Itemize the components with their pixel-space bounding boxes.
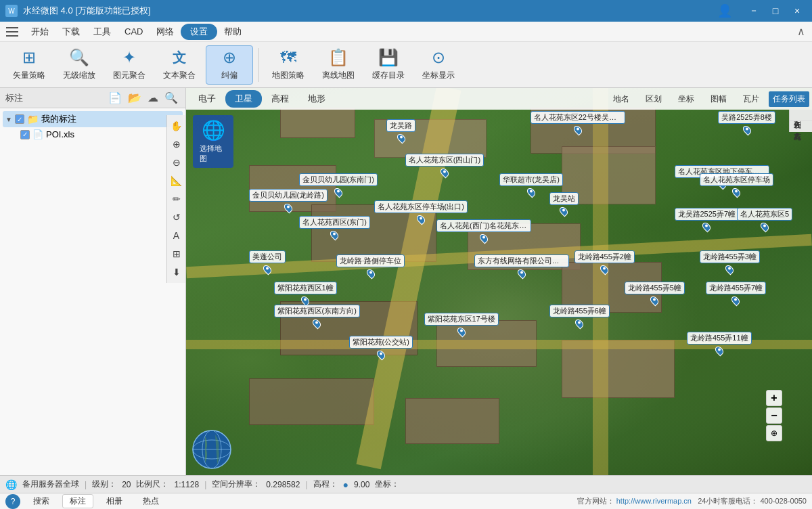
menu-item-tools[interactable]: 工具: [87, 23, 118, 41]
cloud-button[interactable]: ☁: [145, 91, 160, 105]
compass-button[interactable]: ⊕: [766, 425, 782, 441]
zoom-out-tool[interactable]: ⊖: [168, 154, 185, 171]
menu-toggle-button[interactable]: [3, 22, 22, 41]
map-tab-satellite[interactable]: 卫星: [225, 90, 262, 108]
help-button[interactable]: ?: [5, 494, 20, 509]
rotate-tool[interactable]: ↺: [168, 209, 185, 225]
marker-mingren-east5[interactable]: 名人花苑东区5: [737, 208, 792, 231]
marker-label: 东方有线网络有限公司华泾镇管理: [474, 255, 569, 267]
marker-455-6[interactable]: 龙岭路455弄6幢: [549, 305, 610, 328]
map-topbar-right: 地名 区划 坐标 图幅 瓦片 任务列表: [606, 91, 809, 107]
open-annotation-button[interactable]: 📂: [126, 91, 143, 105]
tree-root-item[interactable]: ▼ 📁 我的标注: [3, 111, 183, 127]
bottom-tab-album[interactable]: 相册: [99, 494, 130, 508]
zoom-out-button[interactable]: −: [766, 407, 782, 424]
map-rtab-placename[interactable]: 地名: [606, 91, 636, 107]
marker-ziyang1[interactable]: 紫阳花苑西区1幢: [274, 282, 337, 305]
marker-455-7[interactable]: 龙岭路455弄7幢: [706, 282, 766, 305]
marker-kindergarten-lj[interactable]: 金贝贝幼儿园(龙岭路): [249, 189, 328, 213]
marker-ziyang-se[interactable]: 紫阳花苑西区(东南方向): [274, 305, 360, 328]
map-rtab-coord[interactable]: 坐标: [671, 91, 701, 107]
pin-icon: [329, 229, 340, 240]
marker-wulu-7[interactable]: 龙吴路2525弄7幢: [675, 208, 740, 231]
bottom-tab-annotation[interactable]: 标注: [62, 494, 93, 508]
download-tool[interactable]: ⬇: [168, 264, 185, 280]
bottom-tab-hotspot[interactable]: 热点: [135, 494, 166, 508]
coord-display-button[interactable]: ⊙ 坐标显示: [415, 45, 462, 85]
menu-item-settings[interactable]: 设置: [181, 24, 217, 40]
menu-item-start[interactable]: 开始: [24, 23, 55, 41]
grid-tool[interactable]: ⊞: [168, 246, 185, 262]
vector-strategy-button[interactable]: ⊞ 矢量策略: [5, 45, 53, 85]
expand-button[interactable]: ∧: [793, 24, 809, 39]
marker-label: 金贝贝幼儿园(东南门): [299, 173, 378, 186]
bottom-tab-search[interactable]: 搜索: [26, 494, 57, 508]
task-panel-button[interactable]: 任务列表: [769, 91, 809, 107]
menu-item-network[interactable]: 网络: [150, 23, 181, 41]
marker-longwu[interactable]: 龙吴路: [386, 119, 415, 143]
map-rtab-tile[interactable]: 瓦片: [736, 91, 766, 107]
cache-dir-button[interactable]: 💾 缓存目录: [365, 45, 412, 85]
zoom-free-button[interactable]: 🔍 无级缩放: [55, 45, 103, 85]
pin-icon: [415, 213, 426, 225]
marker-wulu2525[interactable]: 吴路2525弄8楼: [718, 111, 775, 135]
map-strategy-button[interactable]: 🗺 地图策略: [265, 45, 312, 85]
map-tab-terrain[interactable]: 地形: [298, 90, 335, 108]
zoom-in-button[interactable]: +: [766, 390, 782, 406]
map-area[interactable]: 电子 卫星 高程 地形 地名 区划 坐标 图幅 瓦片 任务列表 🌐 选择地图 龙…: [186, 88, 812, 475]
map-tab-elevation[interactable]: 高程: [262, 90, 298, 108]
mingren-item[interactable]: 名人花苑: [790, 121, 812, 132]
new-annotation-button[interactable]: 📄: [106, 91, 124, 105]
map-rtab-district[interactable]: 区划: [639, 91, 669, 107]
search-annotation-button[interactable]: 🔍: [162, 91, 180, 105]
marker-label: 名人花苑西区(东门): [299, 216, 370, 229]
pin-icon: [713, 345, 725, 357]
marker-east-park[interactable]: 名人花苑东区停车场: [700, 173, 773, 197]
marker-mingren1[interactable]: 名人花苑东区22号楼吴路2525弄10楼: [531, 111, 625, 135]
marker-455-2[interactable]: 龙岭路455弄2幢: [574, 250, 635, 274]
mini-globe[interactable]: [191, 429, 232, 470]
marker-label: 名人花苑东区停车场(出口): [374, 200, 468, 213]
pin-icon: [455, 326, 467, 337]
marker-dongfang[interactable]: 东方有线网络有限公司华泾镇管理: [474, 255, 569, 278]
site-url[interactable]: http://www.rivermap.cn: [616, 497, 692, 505]
menu-item-cad[interactable]: CAD: [118, 24, 150, 39]
marker-ziyang-17[interactable]: 紫阳花苑东区17号楼: [424, 313, 499, 336]
user-icon[interactable]: 👤: [717, 3, 732, 18]
close-button[interactable]: ×: [788, 4, 807, 18]
measure-tool[interactable]: 📐: [168, 173, 185, 189]
marker-455-11[interactable]: 龙岭路455弄11幢: [687, 332, 752, 355]
marker-mingren-east[interactable]: 名人花苑东区(四山门): [405, 154, 484, 177]
task-list-button[interactable]: 任务列表: [790, 110, 812, 121]
pan-tool[interactable]: ✋: [168, 118, 185, 134]
map-tab-electronic[interactable]: 电子: [189, 90, 225, 108]
tree-poi-item[interactable]: 📄 POI.xls: [18, 127, 183, 141]
marker-label: 龙吴站: [549, 192, 579, 205]
offline-map-button[interactable]: 📋 离线地图: [315, 45, 362, 85]
marker-455-5[interactable]: 龙岭路455弄5幢: [625, 282, 685, 305]
marker-ziyang-bus[interactable]: 紫阳花苑(公交站): [349, 336, 413, 359]
align-button[interactable]: ⊕ 纠偏: [206, 45, 253, 85]
tree-root-checkbox[interactable]: [15, 114, 24, 124]
maximize-button[interactable]: □: [766, 4, 785, 18]
site-info: 官方网站： http://www.rivermap.cn 24小时客服电话： 4…: [577, 496, 807, 506]
marker-west-east[interactable]: 名人花苑西区(东门): [299, 216, 370, 240]
text-cluster-button[interactable]: 文 文本聚合: [156, 45, 203, 85]
minimize-button[interactable]: －: [744, 4, 763, 18]
marker-roadside[interactable]: 龙岭路·路侧停车位: [336, 255, 405, 278]
marker-meifeng[interactable]: 美蓬公司: [249, 250, 286, 274]
marker-longwu-station[interactable]: 龙吴站: [549, 192, 579, 216]
tree-poi-checkbox[interactable]: [20, 130, 30, 139]
marker-west-17[interactable]: 名人花苑(西门)名花苑东区17号楼: [436, 219, 531, 243]
tree-expand-arrow[interactable]: ▼: [5, 116, 12, 123]
menu-item-help[interactable]: 帮助: [217, 23, 248, 41]
marker-455-3[interactable]: 龙岭路455弄3幢: [700, 250, 760, 274]
draw-line-tool[interactable]: ✏: [168, 191, 185, 207]
cluster-button[interactable]: ✦ 图元聚合: [106, 45, 153, 85]
select-map-button[interactable]: 🌐 选择地图: [193, 115, 233, 168]
statusbar: 🌐 备用服务器全球 | 级别： 20 比例尺： 1:1128 | 空间分辨率： …: [0, 475, 812, 493]
menu-item-download[interactable]: 下载: [55, 23, 87, 41]
zoom-in-tool[interactable]: ⊕: [168, 136, 185, 152]
map-rtab-frame[interactable]: 图幅: [704, 91, 734, 107]
text-tool[interactable]: A: [168, 227, 185, 244]
